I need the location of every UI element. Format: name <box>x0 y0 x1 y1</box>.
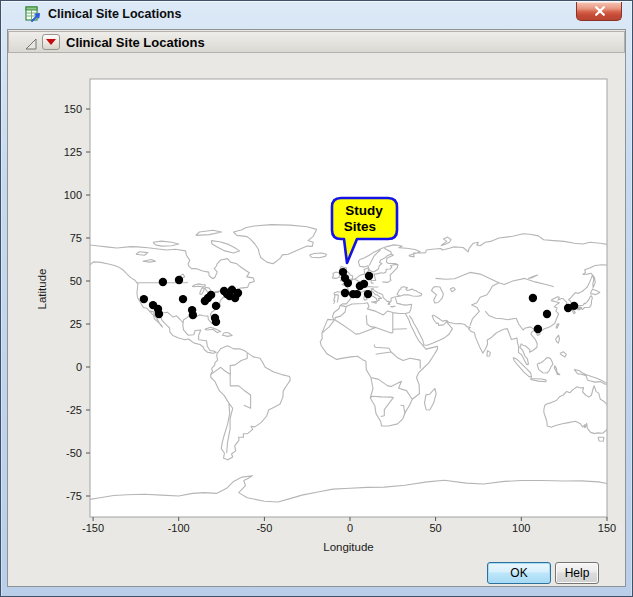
svg-text:50: 50 <box>429 522 441 534</box>
svg-text:100: 100 <box>64 189 82 201</box>
svg-text:125: 125 <box>64 146 82 158</box>
y-axis-label: Latitude <box>36 269 48 310</box>
help-button[interactable]: Help <box>555 562 599 584</box>
red-triangle-icon <box>45 38 57 46</box>
x-axis-tick-labels: -150-100-50050100150 <box>82 522 616 534</box>
svg-text:-150: -150 <box>82 522 104 534</box>
close-button[interactable] <box>576 2 622 21</box>
red-triangle-menu-button[interactable] <box>42 34 60 50</box>
window-titlebar[interactable]: Clinical Site Locations <box>1 1 632 29</box>
callout-text-line2: Sites <box>344 219 376 234</box>
svg-text:150: 150 <box>64 103 82 115</box>
close-x-icon <box>595 6 605 16</box>
svg-text:-50: -50 <box>256 522 272 534</box>
svg-text:50: 50 <box>70 275 82 287</box>
client-area: Clinical Site Locations StudySites-150-1… <box>7 29 626 587</box>
report-outline-header: Clinical Site Locations <box>8 31 625 53</box>
svg-text:0: 0 <box>76 361 82 373</box>
svg-text:0: 0 <box>347 522 353 534</box>
y-axis-tick-labels: 1501251007550250-25-50-75 <box>64 103 82 502</box>
map-plot-area[interactable]: StudySites-150-100-500501001501501251007… <box>8 54 625 560</box>
world-map-scatter-plot: StudySites-150-100-500501001501501251007… <box>8 54 625 560</box>
y-axis-ticks[interactable] <box>86 109 90 496</box>
x-axis-label: Longitude <box>323 541 374 553</box>
x-axis-ticks[interactable] <box>93 517 607 521</box>
disclosure-triangle-icon[interactable] <box>25 36 37 48</box>
clinical-site-locations-window: Clinical Site Locations Clinical Site Lo… <box>0 0 633 597</box>
svg-text:25: 25 <box>70 318 82 330</box>
jmp-report-icon <box>25 6 42 23</box>
svg-text:-50: -50 <box>66 447 82 459</box>
svg-text:150: 150 <box>598 522 616 534</box>
outline-title: Clinical Site Locations <box>66 35 205 50</box>
svg-text:-100: -100 <box>168 522 190 534</box>
svg-text:100: 100 <box>512 522 530 534</box>
window-title: Clinical Site Locations <box>48 7 181 21</box>
svg-text:75: 75 <box>70 232 82 244</box>
ok-button[interactable]: OK <box>487 562 551 584</box>
svg-text:-75: -75 <box>66 490 82 502</box>
svg-text:-25: -25 <box>66 404 82 416</box>
callout-text-line1: Study <box>345 203 383 218</box>
